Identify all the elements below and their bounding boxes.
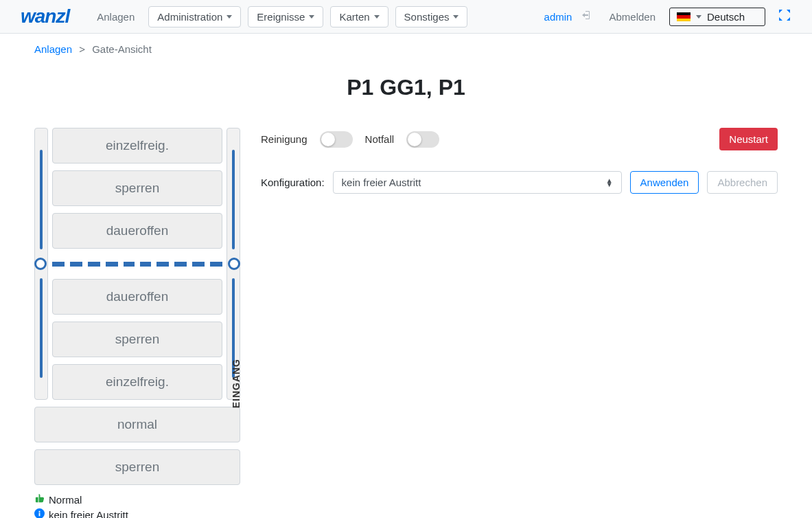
reinigung-toggle[interactable] — [320, 131, 353, 148]
top-header: wanzl Anlagen Administration Ereignisse … — [0, 0, 812, 34]
gate-wide-buttons: normal sperren — [34, 407, 240, 485]
flag-de-icon — [677, 12, 691, 21]
caret-down-icon — [309, 15, 314, 19]
barrier-hinge-left — [34, 258, 47, 270]
gate-diagram: einzelfreig. sperren daueroffen daueroff… — [34, 128, 240, 400]
gate-barrier — [34, 257, 240, 271]
nav-sonstiges-label: Sonstiges — [404, 11, 450, 23]
gate-btn-einzelfreig-bottom[interactable]: einzelfreig. — [52, 364, 222, 400]
breadcrumb-root[interactable]: Anlagen — [34, 43, 72, 55]
nav-sonstiges-dropdown[interactable]: Sonstiges — [395, 6, 468, 27]
info-icon — [34, 508, 45, 518]
breadcrumb-sep: > — [79, 43, 85, 55]
gate-btn-sperren-wide[interactable]: sperren — [34, 449, 240, 485]
nav-administration-dropdown[interactable]: Administration — [148, 6, 241, 27]
notfall-label: Notfall — [365, 133, 395, 145]
barrier-arm-left — [52, 262, 135, 267]
caret-down-icon — [227, 15, 232, 19]
language-select[interactable]: Deutsch — [669, 8, 765, 26]
gate-btn-daueroffen-bottom[interactable]: daueroffen — [52, 279, 222, 315]
nav-ereignisse-dropdown[interactable]: Ereignisse — [248, 6, 323, 27]
select-arrows-icon: ▲▼ — [606, 179, 613, 187]
fullscreen-icon[interactable] — [778, 8, 791, 25]
nav-ereignisse-label: Ereignisse — [257, 11, 305, 23]
anwenden-button[interactable]: Anwenden — [630, 171, 699, 194]
status-info: kein freier Austritt — [34, 508, 240, 518]
barrier-hinge-right — [228, 258, 240, 270]
toggle-row: Reinigung Notfall Neustart — [261, 128, 778, 150]
config-select[interactable]: kein freier Austritt ▲▼ — [333, 171, 622, 194]
gate-panel: einzelfreig. sperren daueroffen daueroff… — [34, 128, 240, 518]
notfall-toggle[interactable] — [406, 131, 439, 148]
status-normal: Normal — [34, 493, 240, 506]
logout-icon[interactable] — [581, 10, 592, 23]
gate-center: einzelfreig. sperren daueroffen daueroff… — [52, 128, 222, 400]
post-bar — [232, 150, 235, 249]
nav-anlagen[interactable]: Anlagen — [90, 7, 141, 27]
gate-btn-daueroffen-top[interactable]: daueroffen — [52, 213, 222, 249]
config-label: Konfiguration: — [261, 177, 325, 188]
gate-btn-einzelfreig-top[interactable]: einzelfreig. — [52, 128, 222, 164]
gate-btn-sperren-top[interactable]: sperren — [52, 170, 222, 206]
reinigung-label: Reinigung — [261, 133, 308, 145]
breadcrumb: Anlagen > Gate-Ansicht — [0, 34, 812, 65]
caret-down-icon — [453, 15, 459, 19]
toggle-knob — [408, 133, 421, 146]
status-list: Normal kein freier Austritt — [34, 493, 240, 518]
nav-karten-dropdown[interactable]: Karten — [330, 6, 388, 27]
barrier-arm-right — [140, 262, 222, 267]
breadcrumb-current: Gate-Ansicht — [92, 43, 152, 55]
caret-down-icon — [696, 15, 701, 19]
thumbs-up-icon — [34, 493, 45, 506]
gate-btn-sperren-bottom[interactable]: sperren — [52, 322, 222, 357]
controls-panel: Reinigung Notfall Neustart Konfiguration… — [261, 128, 778, 518]
eingang-label: EINGANG — [231, 359, 242, 408]
logo: wanzl — [21, 5, 69, 27]
main-content: einzelfreig. sperren daueroffen daueroff… — [0, 128, 812, 518]
admin-link[interactable]: admin — [544, 11, 572, 23]
status-normal-text: Normal — [49, 494, 82, 506]
post-bar — [40, 150, 43, 249]
status-info-text: kein freier Austritt — [49, 509, 128, 519]
page-title: P1 GG1, P1 — [0, 75, 812, 100]
logout-link[interactable]: Abmelden — [602, 7, 662, 27]
config-value: kein freier Austritt — [342, 177, 421, 188]
caret-down-icon — [374, 15, 380, 19]
language-label: Deutsch — [707, 11, 745, 23]
gate-btn-normal[interactable]: normal — [34, 407, 240, 442]
post-bar — [40, 278, 43, 378]
abbrechen-button[interactable]: Abbrechen — [707, 171, 778, 194]
neustart-button[interactable]: Neustart — [719, 128, 778, 150]
toggle-knob — [321, 133, 335, 146]
config-row: Konfiguration: kein freier Austritt ▲▼ A… — [261, 171, 778, 194]
nav-karten-label: Karten — [339, 11, 369, 23]
nav-administration-label: Administration — [157, 11, 222, 23]
